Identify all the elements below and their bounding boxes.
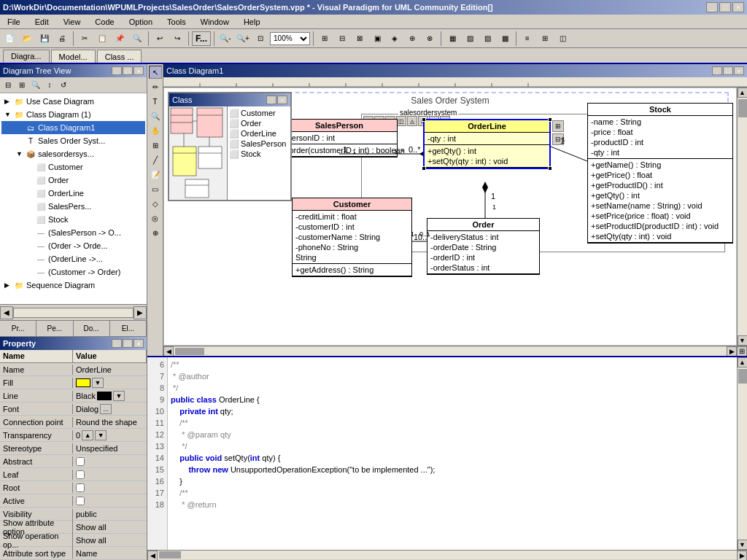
diagram-max[interactable]: □ <box>723 66 733 75</box>
tb-tools5[interactable]: ◈ <box>387 31 403 47</box>
tb-extra3[interactable]: ◫ <box>554 31 570 47</box>
code-editor[interactable]: /** * @author */ public class OrderLine … <box>168 357 737 550</box>
diagram-close[interactable]: × <box>734 66 744 75</box>
prop-row-active[interactable]: Active <box>0 494 147 508</box>
diagram-pin[interactable]: _ <box>712 66 722 75</box>
h-scroll-left[interactable]: ◀ <box>163 346 174 357</box>
line-color-btn[interactable]: ▼ <box>113 391 125 401</box>
menu-code[interactable]: Code <box>90 16 118 28</box>
tree-expand-all[interactable]: ⊞ <box>15 79 28 92</box>
tree-scroll-left[interactable]: ◀ <box>0 306 13 319</box>
code-h-scrollbar[interactable]: ◀ ▶ <box>147 550 747 560</box>
expand-seqdiagram[interactable]: ▶ <box>4 281 13 289</box>
tree-view[interactable]: ▶ 📁 Use Case Diagram ▼ 📁 Class Diagram (… <box>0 93 147 304</box>
bottom-tab-pr[interactable]: Pr... <box>0 321 36 336</box>
prop-row-stereotype[interactable]: Stereotype Unspecified <box>0 442 147 455</box>
tree-item-assoc1[interactable]: — (SalesPerson -> O... <box>1 226 145 239</box>
diagram-canvas[interactable]: Sales Order System Class _ × <box>163 88 737 346</box>
canvas-btn-extra3[interactable]: ⊕ <box>149 226 162 239</box>
menu-option[interactable]: Option <box>125 16 157 28</box>
canvas-h-scrollbar[interactable]: ◀ ▶ ⊞ <box>163 346 747 356</box>
tree-filter[interactable]: 🔍 <box>29 79 42 92</box>
maximize-button[interactable]: □ <box>719 2 731 12</box>
prop-row-name[interactable]: Name OrderLine <box>0 363 147 376</box>
canvas-btn-extra1[interactable]: ◇ <box>149 197 162 210</box>
tb-action4[interactable]: ▩ <box>497 31 513 47</box>
tab-class[interactable]: Class ... <box>97 50 142 63</box>
transparency-scroll-down[interactable]: ▼ <box>95 430 107 440</box>
canvas-expand-btn[interactable]: ⊞ <box>737 346 747 357</box>
float-pin[interactable]: _ <box>266 96 276 104</box>
menu-file[interactable]: File <box>3 16 25 28</box>
save-button[interactable]: 💾 <box>36 31 53 47</box>
text-tool[interactable]: T <box>149 95 162 108</box>
tree-item-assoc2[interactable]: — (Order -> Orde... <box>1 239 145 252</box>
code-v-track[interactable] <box>738 368 747 540</box>
redo-button[interactable]: ↪ <box>169 31 185 47</box>
class-order[interactable]: Order -deliveryStatus : int -orderDate :… <box>427 218 540 275</box>
float-close[interactable]: × <box>277 96 287 104</box>
v-scroll-down[interactable]: ▼ <box>738 335 748 346</box>
bottom-tab-el[interactable]: El... <box>110 321 147 336</box>
code-v-up[interactable]: ▲ <box>738 357 748 368</box>
select-tool[interactable]: ↖ <box>149 66 162 79</box>
cut-button[interactable]: ✂ <box>77 31 93 47</box>
class-orderline[interactable]: OrderLine -qty : int +getQty() : int +se… <box>423 119 551 169</box>
tree-item-salesperson[interactable]: ⬜ SalesPers... <box>1 200 145 213</box>
code-h-left[interactable]: ◀ <box>147 551 158 560</box>
tree-item-order[interactable]: ⬜ Order <box>1 174 145 187</box>
tree-item-customer[interactable]: ⬜ Customer <box>1 160 145 174</box>
active-checkbox[interactable] <box>76 497 85 505</box>
code-v-thumb[interactable] <box>738 369 747 384</box>
menu-edit[interactable]: Edit <box>31 16 53 28</box>
connect-tool[interactable]: ⊞ <box>149 139 162 152</box>
menu-view[interactable]: View <box>59 16 85 28</box>
prop-row-font[interactable]: Font Dialog ... <box>0 402 147 416</box>
tree-panel-close[interactable]: × <box>133 66 144 75</box>
prop-row-connection[interactable]: Connection point Round the shape <box>0 416 147 429</box>
tb-extra2[interactable]: ⊞ <box>537 31 553 47</box>
bottom-tab-do[interactable]: Do... <box>74 321 110 336</box>
prop-max[interactable]: □ <box>123 339 133 348</box>
zoom-select[interactable]: 100% 75% 150% <box>270 32 310 45</box>
prop-row-transparency[interactable]: Transparency 0 ▲ ▼ <box>0 429 147 442</box>
prop-row-line[interactable]: Line Black ▼ <box>0 389 147 402</box>
tb-action2[interactable]: ▧ <box>462 31 478 47</box>
class-salesperson[interactable]: SalesPerson -personID : int +order(custo… <box>281 119 398 158</box>
code-h-track[interactable] <box>158 551 737 559</box>
tree-panel-max[interactable]: □ <box>123 66 133 75</box>
prop-row-showop[interactable]: Show operation op... Show all <box>0 534 147 547</box>
tree-item-assoc4[interactable]: — (Customer -> Order) <box>1 265 145 279</box>
tree-item-salesordersys[interactable]: ▼ 📦 salesordersys... <box>1 147 145 160</box>
leaf-checkbox[interactable] <box>76 470 85 479</box>
transparency-scroll-up[interactable]: ▲ <box>82 430 93 440</box>
orderline-expand-icon[interactable]: ⊞ <box>552 120 564 132</box>
prop-pin[interactable]: _ <box>112 339 122 348</box>
open-button[interactable]: 📂 <box>19 31 35 47</box>
tb-action3[interactable]: ▨ <box>479 31 495 47</box>
h-scroll-right[interactable]: ▶ <box>727 346 737 357</box>
tb-extra1[interactable]: ≡ <box>519 31 535 47</box>
selection-handle-tl[interactable] <box>422 117 426 122</box>
ns-btn5[interactable]: ◬ <box>407 116 417 126</box>
root-checkbox[interactable] <box>76 483 85 492</box>
zoom-fit-button[interactable]: ⊡ <box>252 31 268 47</box>
tree-scroll-track[interactable] <box>13 308 133 318</box>
class-customer[interactable]: Customer -creditLimit : float -customerI… <box>292 198 412 277</box>
selection-handle-br[interactable] <box>548 166 552 171</box>
tree-panel-pin[interactable]: _ <box>112 66 122 75</box>
tb-tools3[interactable]: ⊠ <box>352 31 368 47</box>
paste-button[interactable]: 📌 <box>112 31 128 47</box>
tree-item-usecase[interactable]: ▶ 📁 Use Case Diagram <box>1 95 145 108</box>
selection-handle-bl[interactable] <box>422 166 426 171</box>
hand-tool[interactable]: ✋ <box>149 124 162 137</box>
expand-classdiagram[interactable]: ▼ <box>4 111 13 118</box>
font-btn[interactable]: ... <box>100 404 112 414</box>
tab-model[interactable]: Model... <box>51 50 96 63</box>
tree-sort[interactable]: ↕ <box>43 79 56 92</box>
tree-item-cd1[interactable]: 🗂 Class Diagram1 <box>1 121 145 134</box>
close-button[interactable]: × <box>732 2 744 12</box>
prop-close[interactable]: × <box>133 339 144 348</box>
class-stock[interactable]: Stock -name : String -price : float -pro… <box>587 103 733 244</box>
note-tool[interactable]: 📝 <box>149 168 162 181</box>
